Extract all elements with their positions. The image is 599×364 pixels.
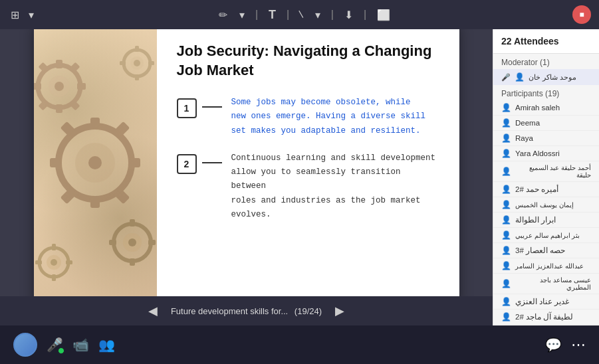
svg-rect-5	[128, 158, 140, 167]
people-button[interactable]: 👥	[98, 337, 115, 353]
sidebar-header: 22 Attendees	[493, 29, 599, 54]
line-dropdown-icon[interactable]: ▾	[312, 6, 323, 24]
point-line-1	[202, 106, 222, 108]
participant-name: Amirah saleh	[515, 104, 560, 112]
slide-counter: (19/24)	[295, 306, 322, 316]
moderator-person-icon: 👤	[515, 72, 525, 82]
camera-icon[interactable]: ⬜	[374, 6, 393, 24]
slide-image	[34, 29, 157, 296]
video-button[interactable]: 📹	[72, 337, 89, 353]
svg-rect-39	[52, 244, 56, 250]
point-text-1: Some jobs may become obsolete, while new…	[231, 96, 426, 138]
person-icon: 👤	[501, 118, 511, 128]
person-icon: 👤	[501, 134, 511, 143]
slide-container: Job Security: Navigating a Changing Job …	[0, 29, 493, 325]
svg-point-24	[128, 238, 136, 246]
moderator-item: 🎤 👤 موحد شاكر خان	[493, 69, 599, 85]
list-item[interactable]: 👤 Deema	[493, 116, 599, 131]
list-item[interactable]: 👤 حصه العصار #3	[493, 243, 599, 258]
participant-name: إيمان يوسف الخميس	[515, 201, 574, 209]
sidebar: 22 Attendees Moderator (1) 🎤 👤 موحد شاكر…	[493, 29, 599, 325]
slide-title-label: Future development skills for...	[171, 306, 288, 316]
presentation-slide: Job Security: Navigating a Changing Job …	[34, 29, 459, 296]
main-area: Job Security: Navigating a Changing Job …	[0, 29, 599, 325]
gears-svg	[34, 29, 157, 296]
list-item[interactable]: 👤 غدير عناد العنزي	[493, 294, 599, 310]
sidebar-list: Moderator (1) 🎤 👤 موحد شاكر خان Particip…	[493, 54, 599, 325]
slide-wrapper: Job Security: Navigating a Changing Job …	[0, 29, 493, 296]
participant-name: أميره حمد #2	[515, 185, 558, 194]
list-item[interactable]: 👤 بثر ابراهيم سالم عريبي	[493, 228, 599, 243]
bottom-left: 🎤 📹 👥	[13, 333, 115, 357]
stop-icon: ■	[579, 10, 584, 19]
pen-icon[interactable]: ✏	[216, 6, 230, 24]
svg-rect-15	[56, 104, 62, 113]
svg-rect-25	[130, 219, 135, 227]
participant-name: غدير عناد العنزي	[515, 297, 569, 306]
prev-slide-button[interactable]: ◀	[143, 301, 163, 321]
layout-dropdown-icon[interactable]: ▾	[26, 6, 37, 24]
avatar	[13, 333, 37, 357]
svg-rect-28	[109, 240, 116, 245]
toolbar-center: ✏ ▾ | T | / ▾ | ⬇ | ⬜	[42, 5, 567, 25]
person-icon: 👤	[501, 167, 511, 176]
attendees-title: 22 Attendees	[501, 36, 591, 46]
svg-rect-41	[66, 260, 72, 264]
list-item[interactable]: 👤 لطيفة آل ماجد #2	[493, 310, 599, 325]
list-item[interactable]: 👤 إيمان يوسف الخميس	[493, 197, 599, 213]
list-item[interactable]: 👤 Yara Aldossri	[493, 146, 599, 161]
person-icon: 👤	[501, 312, 511, 321]
participant-name: عبدالله عبدالعزيز السامر	[515, 262, 584, 270]
svg-point-2	[88, 156, 102, 169]
record-button[interactable]: ■	[572, 5, 591, 24]
participant-name: عيسى مساعد باجد المطيري	[515, 276, 591, 291]
list-item[interactable]: 👤 ابرار الطوالة	[493, 213, 599, 228]
participant-name: ابرار الطوالة	[515, 215, 556, 225]
list-item[interactable]: 👤 Raya	[493, 131, 599, 146]
person-icon: 👤	[501, 215, 511, 225]
text-icon[interactable]: T	[266, 5, 279, 25]
slide-content: Job Security: Navigating a Changing Job …	[157, 29, 459, 296]
line-icon[interactable]: /	[293, 5, 310, 23]
moderator-section-label: Moderator (1)	[493, 54, 599, 69]
slide-label: Future development skills for... (19/24)	[171, 306, 322, 316]
point-number-2: 2	[177, 154, 197, 174]
participant-name: Deema	[515, 119, 540, 127]
participant-name: Yara Aldossri	[515, 149, 560, 157]
svg-rect-35	[120, 61, 126, 65]
person-icon: 👤	[501, 149, 511, 158]
svg-rect-40	[52, 274, 56, 281]
svg-rect-32	[135, 46, 139, 52]
person-icon: 👤	[501, 246, 511, 255]
slide-title: Job Security: Navigating a Changing Job …	[177, 42, 439, 80]
svg-rect-34	[148, 61, 154, 65]
participant-name: حصه العصار #3	[515, 246, 565, 255]
svg-rect-4	[90, 196, 100, 208]
svg-rect-42	[35, 260, 42, 264]
list-item[interactable]: 👤 Amirah saleh	[493, 100, 599, 116]
svg-rect-14	[56, 60, 62, 68]
list-item[interactable]: 👤 أميره حمد #2	[493, 182, 599, 197]
svg-rect-3	[90, 118, 100, 130]
svg-point-31	[134, 60, 140, 66]
svg-rect-26	[130, 258, 135, 266]
participant-name: أحمد حليقة عبد السميع حليقة	[515, 164, 591, 179]
list-item[interactable]: 👤 عبدالله عبدالعزيز السامر	[493, 258, 599, 274]
next-slide-button[interactable]: ▶	[330, 301, 350, 321]
top-toolbar: ⊞ ▾ ✏ ▾ | T | / ▾ | ⬇ | ⬜ ■	[0, 0, 599, 29]
list-item[interactable]: 👤 عيسى مساعد باجد المطيري	[493, 274, 599, 294]
svg-point-13	[55, 82, 64, 91]
download-icon[interactable]: ⬇	[342, 6, 356, 24]
more-button[interactable]: ⋯	[571, 336, 586, 353]
layout-icon[interactable]: ⊞	[8, 6, 22, 24]
pen-dropdown-icon[interactable]: ▾	[237, 6, 247, 24]
svg-rect-27	[148, 240, 156, 245]
slide-point-2: 2 Continuous learning and skill developm…	[177, 151, 439, 222]
list-item[interactable]: 👤 أحمد حليقة عبد السميع حليقة	[493, 161, 599, 182]
bottom-right: 💬 ⋯	[545, 336, 586, 353]
svg-rect-33	[135, 74, 139, 80]
point-number-1: 1	[177, 98, 197, 118]
toolbar-right: ■	[572, 5, 591, 24]
mic-button[interactable]: 🎤	[47, 337, 63, 353]
chat-button[interactable]: 💬	[545, 337, 562, 353]
